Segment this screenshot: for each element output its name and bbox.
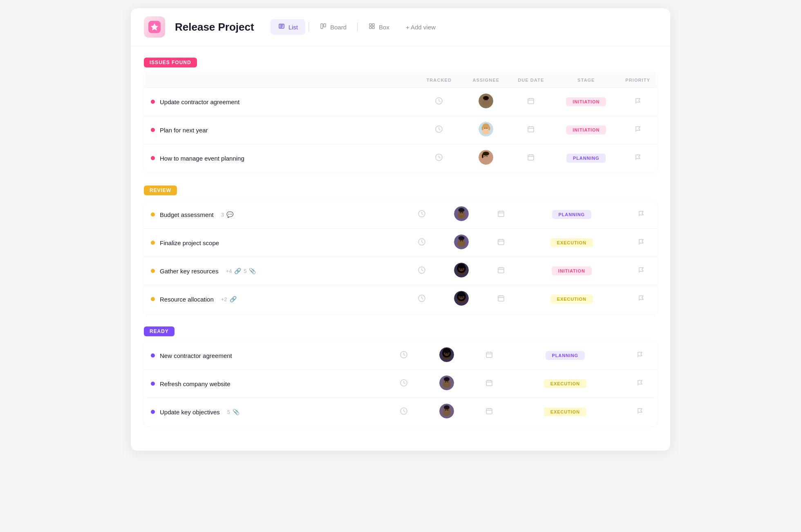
svg-rect-33: [528, 155, 534, 160]
list-icon: [278, 22, 285, 31]
svg-rect-58: [498, 268, 504, 273]
status-dot: [151, 128, 155, 132]
stage-badge[interactable]: EXECUTION: [550, 238, 593, 247]
table-row: Budget assessment 3 💬: [144, 201, 657, 229]
meta-count: +2: [221, 296, 227, 302]
task-name[interactable]: Update contractor agreement: [160, 98, 239, 105]
priority-flag-icon[interactable]: [634, 154, 642, 161]
svg-rect-24: [528, 127, 534, 132]
tracked-icon[interactable]: [418, 238, 426, 246]
stage-badge[interactable]: PLANNING: [546, 351, 585, 360]
svg-point-66: [462, 297, 463, 297]
stage-badge[interactable]: INITIATION: [566, 125, 606, 134]
stage-badge[interactable]: PLANNING: [552, 210, 591, 219]
stage-badge[interactable]: EXECUTION: [544, 379, 586, 388]
section-header-issues: Issues Found: [144, 58, 657, 72]
table-row: Gather key resources +4 🔗5 📎: [144, 257, 657, 285]
calendar-icon[interactable]: [527, 153, 535, 161]
box-icon: [368, 22, 376, 31]
priority-flag-icon[interactable]: [636, 351, 644, 358]
tab-board[interactable]: Board: [312, 19, 354, 35]
tracked-icon[interactable]: [435, 97, 443, 105]
stage-badge[interactable]: EXECUTION: [550, 295, 593, 304]
tab-divider-2: [357, 22, 358, 32]
priority-flag-icon[interactable]: [636, 379, 644, 387]
stage-badge[interactable]: EXECUTION: [544, 407, 586, 416]
calendar-icon[interactable]: [497, 238, 505, 246]
stage-badge[interactable]: PLANNING: [566, 154, 606, 163]
tracked-icon[interactable]: [400, 379, 408, 387]
priority-flag-icon[interactable]: [638, 295, 645, 302]
calendar-icon[interactable]: [485, 351, 493, 359]
svg-point-21: [485, 128, 486, 129]
add-view-button[interactable]: + Add view: [398, 20, 443, 34]
task-name[interactable]: New contractor agreement: [160, 352, 232, 359]
tracked-icon[interactable]: [400, 351, 408, 359]
meta-count: +4: [226, 268, 232, 274]
tracked-icon[interactable]: [435, 153, 443, 161]
calendar-icon[interactable]: [527, 97, 535, 105]
tracked-icon[interactable]: [418, 294, 426, 302]
priority-flag-icon[interactable]: [634, 125, 642, 133]
priority-flag-icon[interactable]: [638, 266, 645, 274]
priority-flag-icon[interactable]: [638, 238, 645, 246]
tracked-icon[interactable]: [418, 210, 426, 218]
status-dot: [151, 100, 155, 104]
svg-rect-14: [528, 98, 534, 104]
tab-box[interactable]: Box: [361, 19, 397, 35]
tracked-icon[interactable]: [400, 407, 408, 415]
avatar: [479, 150, 493, 165]
svg-point-57: [462, 268, 463, 269]
calendar-icon[interactable]: [497, 266, 505, 274]
svg-point-81: [444, 377, 450, 381]
task-name[interactable]: Gather key resources: [160, 268, 218, 275]
calendar-icon[interactable]: [485, 407, 493, 415]
calendar-icon[interactable]: [485, 379, 493, 387]
task-name[interactable]: Resource allocation: [160, 296, 214, 303]
priority-flag-icon[interactable]: [638, 210, 645, 217]
tracked-icon[interactable]: [435, 125, 443, 133]
svg-point-46: [459, 236, 465, 240]
task-name-cell: New contractor agreement: [144, 346, 386, 366]
col-assignee-header: Assignee: [463, 73, 508, 88]
table-row: Finalize project scope: [144, 229, 657, 257]
stage-badge[interactable]: INITIATION: [566, 97, 606, 106]
avatar: [454, 206, 469, 221]
avatar: [439, 404, 454, 418]
header: Release Project List: [131, 8, 670, 46]
task-name-cell: Update key objectives 5 📎: [144, 402, 386, 422]
calendar-icon[interactable]: [497, 210, 505, 218]
calendar-icon[interactable]: [527, 125, 535, 133]
status-dot: [151, 353, 155, 358]
svg-point-18: [483, 123, 489, 128]
task-name[interactable]: How to manage event planning: [160, 155, 244, 162]
task-name[interactable]: Plan for next year: [160, 127, 208, 134]
table-review: Budget assessment 3 💬: [144, 200, 657, 313]
task-meta: +4 🔗5 📎: [226, 268, 256, 274]
svg-point-64: [458, 292, 465, 297]
app-container: Release Project List: [131, 8, 670, 451]
section-header-ready: Ready: [144, 326, 657, 341]
task-name[interactable]: Update key objectives: [160, 409, 220, 416]
table-row: Refresh company website: [144, 370, 657, 398]
badge-issues: Issues Found: [144, 58, 197, 67]
task-name[interactable]: Refresh company website: [160, 380, 230, 387]
task-name[interactable]: Finalize project scope: [160, 239, 219, 246]
section-issues: Issues Found Tracked Assignee Due Date S…: [144, 58, 657, 172]
stage-badge[interactable]: INITIATION: [552, 266, 592, 275]
table-row: Update key objectives 5 📎: [144, 398, 657, 426]
status-dot: [151, 410, 155, 414]
avatar: [454, 235, 469, 249]
notification-icon: 💬: [226, 211, 233, 218]
priority-flag-icon[interactable]: [634, 97, 642, 105]
calendar-icon[interactable]: [497, 294, 505, 302]
tab-list[interactable]: List: [271, 19, 305, 35]
task-name[interactable]: Budget assessment: [160, 211, 214, 218]
avatar: [439, 376, 454, 390]
svg-point-91: [447, 409, 448, 410]
svg-rect-84: [486, 380, 492, 386]
priority-flag-icon[interactable]: [636, 407, 644, 415]
status-dot: [151, 156, 155, 160]
tracked-icon[interactable]: [418, 266, 426, 274]
section-header-review: Review: [144, 186, 657, 200]
